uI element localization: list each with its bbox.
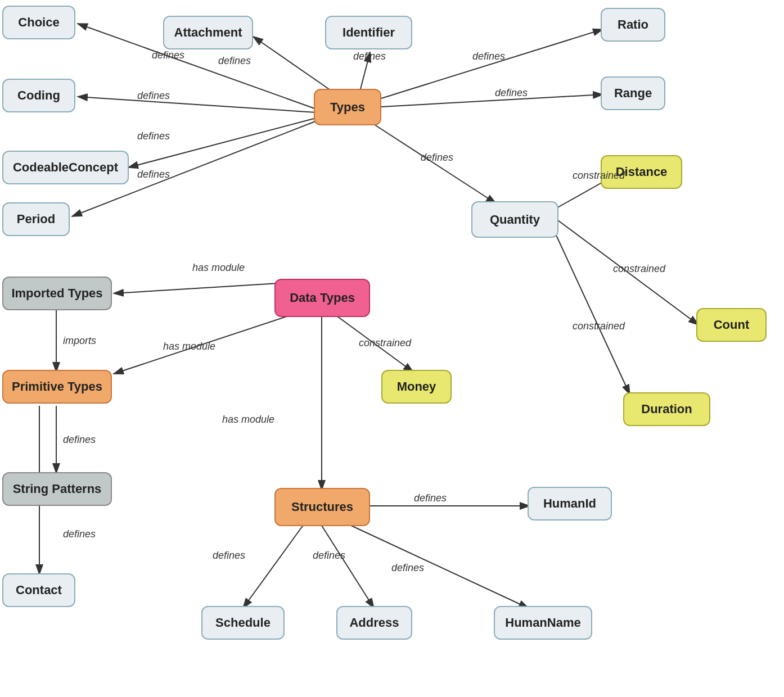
label-defines-attachment-text: defines xyxy=(218,55,251,66)
node-ratio-label: Ratio xyxy=(618,17,648,32)
node-string-patterns: String Patterns xyxy=(2,472,112,506)
node-address-label: Address xyxy=(349,615,399,630)
node-coding: Coding xyxy=(2,79,75,112)
node-attachment: Attachment xyxy=(163,16,253,49)
node-duration: Duration xyxy=(623,392,710,426)
node-identifier: Identifier xyxy=(325,16,412,49)
label-constrained-duration: constrained xyxy=(573,320,625,332)
node-count: Count xyxy=(696,308,767,342)
node-structures-label: Structures xyxy=(291,500,353,514)
label-defines-attachment: defines xyxy=(218,55,251,67)
label-defines-range-text: defines xyxy=(495,87,528,98)
label-defines-ratio: defines xyxy=(472,51,505,62)
node-contact-label: Contact xyxy=(16,583,62,598)
svg-line-18 xyxy=(554,230,630,395)
node-structures: Structures xyxy=(274,488,370,526)
node-quantity: Quantity xyxy=(471,201,558,238)
label-defines-codeableconcept: defines xyxy=(137,130,170,142)
diagram-container: Choice Coding CodeableConcept Period Imp… xyxy=(0,0,784,697)
node-imported-types-label: Imported Types xyxy=(11,286,102,301)
label-hasmodule-primitivetypes-text: has module xyxy=(163,341,215,352)
node-humanname-label: HumanName xyxy=(505,615,580,630)
svg-line-22 xyxy=(243,524,304,608)
label-constrained-count: constrained xyxy=(613,263,665,275)
node-imported-types: Imported Types xyxy=(2,277,112,310)
label-imports-text: imports xyxy=(63,335,96,346)
node-humanid: HumanId xyxy=(528,487,612,521)
label-defines-humanname-text: defines xyxy=(391,562,424,573)
label-defines-coding-text: defines xyxy=(137,90,170,101)
node-primitive-types: Primitive Types xyxy=(2,370,112,404)
node-types: Types xyxy=(314,89,381,125)
label-defines-stringpatterns: defines xyxy=(63,434,96,446)
label-hasmodule-importedtypes: has module xyxy=(192,262,245,274)
label-defines-period: defines xyxy=(137,169,170,180)
label-defines-codeableconcept-text: defines xyxy=(137,130,170,142)
node-primitive-types-label: Primitive Types xyxy=(12,379,102,394)
node-money: Money xyxy=(381,370,452,404)
node-money-label: Money xyxy=(397,379,436,394)
node-choice-label: Choice xyxy=(18,15,59,30)
node-data-types-label: Data Types xyxy=(290,291,355,305)
label-defines-identifier-text: defines xyxy=(353,51,386,62)
label-defines-quantity: defines xyxy=(421,152,453,164)
node-schedule: Schedule xyxy=(201,606,285,640)
node-count-label: Count xyxy=(714,318,750,332)
label-defines-humanname: defines xyxy=(391,562,424,574)
label-defines-stringpatterns-text: defines xyxy=(63,434,96,445)
node-codeableconcept-label: CodeableConcept xyxy=(13,160,118,175)
node-types-label: Types xyxy=(330,100,365,115)
node-identifier-label: Identifier xyxy=(343,25,395,40)
label-constrained-count-text: constrained xyxy=(613,263,665,274)
label-defines-range: defines xyxy=(495,87,528,99)
label-hasmodule-structures: has module xyxy=(222,414,274,426)
node-humanname: HumanName xyxy=(494,606,592,640)
node-ratio: Ratio xyxy=(601,8,665,42)
label-defines-period-text: defines xyxy=(137,169,170,180)
label-defines-coding: defines xyxy=(137,90,170,102)
label-constrained-distance-text: constrained xyxy=(573,170,625,181)
label-hasmodule-primitivetypes: has module xyxy=(163,341,215,352)
node-address: Address xyxy=(336,606,412,640)
node-attachment-label: Attachment xyxy=(174,25,242,40)
label-defines-ratio-text: defines xyxy=(472,51,505,62)
svg-line-6 xyxy=(253,37,332,91)
node-period: Period xyxy=(2,202,70,236)
label-defines-address: defines xyxy=(313,550,345,562)
svg-line-11 xyxy=(114,282,297,293)
node-contact: Contact xyxy=(2,573,75,607)
label-imports: imports xyxy=(63,335,96,347)
label-constrained-duration-text: constrained xyxy=(573,320,625,332)
label-defines-humanid-text: defines xyxy=(414,492,447,504)
label-hasmodule-importedtypes-text: has module xyxy=(192,262,245,273)
svg-line-9 xyxy=(381,94,603,107)
node-humanid-label: HumanId xyxy=(543,496,596,511)
label-defines-contact-text: defines xyxy=(63,528,96,540)
node-coding-label: Coding xyxy=(17,88,60,103)
svg-line-24 xyxy=(349,524,529,608)
label-defines-choice-text: defines xyxy=(152,49,184,61)
label-defines-quantity-text: defines xyxy=(421,152,453,163)
node-choice: Choice xyxy=(2,6,75,39)
svg-line-23 xyxy=(322,526,374,608)
label-hasmodule-structures-text: has module xyxy=(222,414,274,425)
label-defines-schedule-text: defines xyxy=(213,550,245,561)
node-range-label: Range xyxy=(614,86,652,101)
label-defines-schedule: defines xyxy=(213,550,245,562)
label-defines-humanid: defines xyxy=(414,492,447,504)
node-period-label: Period xyxy=(17,212,55,227)
label-constrained-distance: constrained xyxy=(573,170,625,182)
svg-line-3 xyxy=(78,97,316,112)
label-defines-address-text: defines xyxy=(313,550,345,561)
label-constrained-money-text: constrained xyxy=(359,337,411,348)
svg-line-8 xyxy=(381,29,603,98)
label-defines-contact: defines xyxy=(63,528,96,540)
label-defines-identifier: defines xyxy=(353,51,386,62)
node-codeableconcept: CodeableConcept xyxy=(2,151,129,184)
node-quantity-label: Quantity xyxy=(490,212,540,227)
node-data-types: Data Types xyxy=(274,279,370,317)
node-string-patterns-label: String Patterns xyxy=(13,482,102,496)
label-constrained-money: constrained xyxy=(359,337,411,349)
label-defines-choice: defines xyxy=(152,49,184,61)
svg-line-4 xyxy=(128,118,316,168)
